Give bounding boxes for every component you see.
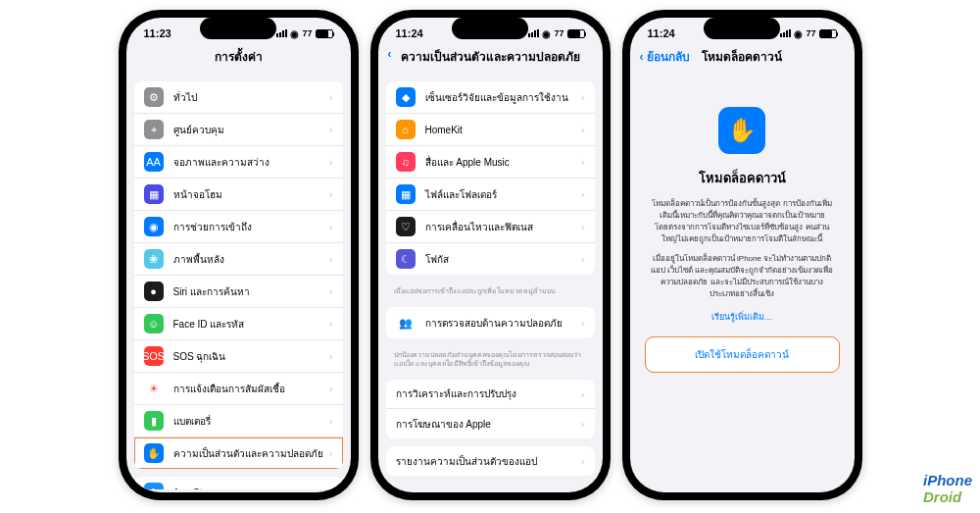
row-label: HomeKit — [425, 125, 581, 135]
chevron-icon: › — [581, 317, 585, 329]
settings-row[interactable]: ♡การเคลื่อนไหวและฟิตเนส› — [386, 211, 595, 243]
status-time: 11:24 — [396, 27, 423, 39]
row-icon: ♫ — [396, 152, 416, 172]
battery-icon — [819, 29, 837, 38]
hand-icon: ✋ — [718, 107, 765, 154]
settings-row[interactable]: AApp Store› — [134, 477, 343, 489]
row-icon: ⌖ — [144, 120, 164, 139]
phone-2: 11:24 ◉ 77 ‹ ความเป็นส่วนตัวและความปลอดภ… — [370, 10, 611, 500]
settings-row[interactable]: ⚙ทั่วไป› — [134, 81, 343, 114]
row-icon: ▦ — [144, 184, 164, 204]
battery-icon — [316, 29, 333, 38]
settings-row[interactable]: ☀การแจ้งเตือนการสัมผัสเชื้อ› — [134, 373, 343, 405]
row-icon: ● — [144, 282, 164, 301]
section-header: ความมปลอดภัย — [378, 484, 603, 489]
row-icon: ❀ — [144, 249, 164, 269]
chevron-icon: › — [581, 221, 585, 232]
chevron-icon: › — [329, 221, 333, 232]
row-label: Face ID และรหัส — [173, 317, 329, 332]
chevron-icon: › — [581, 156, 585, 168]
row-icon: A — [144, 483, 164, 489]
row-icon: ⚙ — [144, 87, 164, 107]
row-icon: ✋ — [144, 443, 164, 463]
privacy-list-1: ◆เซ็นเซอร์วิจัยและข้อมูลการใช้งาน›⌂HomeK… — [386, 81, 595, 275]
row-label: หน้าจอโฮม — [173, 187, 329, 202]
settings-row[interactable]: ◉การช่วยการเข้าถึง› — [134, 211, 343, 243]
chevron-icon: › — [581, 188, 585, 200]
settings-row[interactable]: ⌂HomeKit› — [386, 114, 595, 146]
phone-1: 11:23 ︎◉ 77 การตั้งค่า ⚙ทั่วไป›⌖ศูนย์ควบ… — [119, 10, 359, 500]
settings-row[interactable]: การวิเคราะห์และการปรับปรุง› — [386, 380, 595, 409]
settings-row[interactable]: ▦ไฟล์และโฟลเดอร์› — [386, 179, 595, 211]
settings-row[interactable]: SOSSOS ฉุกเฉิน› — [134, 340, 343, 373]
section-note: ปกป้องความปลอดภัยส่วนบุคคลของคุณโดยการตร… — [378, 346, 603, 372]
row-icon: ◆ — [396, 87, 416, 107]
row-label: การตรวจสอบด้านความปลอดภัย — [425, 316, 581, 331]
row-label: การเคลื่อนไหวและฟิตเนส — [425, 220, 581, 234]
row-icon: ♡ — [396, 217, 416, 236]
row-icon: 👥 — [396, 313, 416, 333]
row-icon: ☺ — [144, 314, 164, 333]
row-label: สื่อและ Apple Music — [425, 155, 581, 170]
row-icon: AA — [144, 152, 164, 172]
row-label: จอภาพและความสว่าง — [173, 155, 329, 170]
dynamic-island — [200, 18, 276, 39]
row-label: ศูนย์ควบคุม — [173, 123, 329, 137]
watermark: iPhoneDroid — [923, 472, 972, 505]
settings-row[interactable]: ◆เซ็นเซอร์วิจัยและข้อมูลการใช้งาน› — [386, 81, 595, 114]
settings-row[interactable]: ●Siri และการค้นหา› — [134, 276, 343, 308]
section-note: เมื่อแอปขอการเข้าถึง แอปจะถูกเพิ่มในหมวด… — [378, 282, 603, 299]
row-icon: SOS — [144, 346, 164, 366]
learn-more-link[interactable]: เรียนรู้เพิ่มเติม… — [646, 310, 839, 324]
row-label: Siri และการค้นหา — [173, 284, 329, 299]
report-list: รายงานความเป็นส่วนตัวของแอป› — [386, 446, 595, 476]
chevron-icon: › — [329, 447, 333, 459]
back-button[interactable]: ‹ ย้อนกลับ — [640, 47, 690, 66]
nav-title: ‹ ความเป็นส่วนตัวและความปลอดภัย — [378, 41, 603, 74]
signal-icon — [276, 29, 287, 37]
chevron-icon: › — [329, 156, 333, 168]
settings-row[interactable]: ♫สื่อและ Apple Music› — [386, 146, 595, 179]
settings-row[interactable]: รายงานความเป็นส่วนตัวของแอป› — [386, 446, 595, 476]
settings-row[interactable]: การโฆษณาของ Apple› — [386, 409, 595, 438]
row-icon: ☾ — [396, 249, 416, 269]
row-label: ไฟล์และโฟลเดอร์ — [425, 187, 581, 202]
settings-row[interactable]: ⌖ศูนย์ควบคุม› — [134, 114, 343, 146]
settings-row[interactable]: AAจอภาพและความสว่าง› — [134, 146, 343, 179]
settings-list-2: AApp Store›▭กระเป๋าสตางค์› — [134, 477, 343, 489]
settings-row[interactable]: ❀ภาพพื้นหลัง› — [134, 243, 343, 276]
settings-row[interactable]: ✋ความเป็นส่วนตัวและความปลอดภัย› — [134, 437, 343, 469]
row-icon: ▦ — [396, 184, 416, 204]
chevron-icon: › — [581, 455, 585, 467]
battery-percent: 77 — [806, 28, 815, 38]
settings-row[interactable]: 👥การตรวจสอบด้านความปลอดภัย› — [386, 307, 595, 338]
chevron-icon: › — [329, 487, 333, 489]
settings-row[interactable]: ☺Face ID และรหัส› — [134, 308, 343, 340]
chevron-icon: › — [329, 124, 333, 135]
row-icon: ☀ — [144, 379, 164, 398]
chevron-icon: › — [329, 188, 333, 200]
wifi-icon: ︎◉ — [290, 28, 299, 39]
dynamic-island — [704, 18, 780, 39]
description-1: โหมดล็อคดาวน์เป็นการป้องกันขั้นสูงสุด กา… — [646, 198, 839, 245]
chevron-icon: › — [329, 91, 333, 103]
settings-row[interactable]: ☾โฟกัส› — [386, 243, 595, 275]
back-button[interactable]: ‹ — [388, 47, 392, 61]
row-icon: ◉ — [144, 217, 164, 236]
battery-icon — [567, 29, 585, 38]
row-label: ทั่วไป — [173, 90, 329, 105]
chevron-icon: › — [329, 383, 333, 394]
settings-row[interactable]: ▮แบตเตอรี่› — [134, 405, 343, 437]
settings-row[interactable]: ▦หน้าจอโฮม› — [134, 179, 343, 211]
enable-lockdown-button[interactable]: เปิดใช้โหมดล็อคดาวน์ — [646, 337, 839, 372]
row-label: การโฆษณาของ Apple — [396, 417, 581, 432]
chevron-icon: › — [329, 415, 333, 427]
nav-title: ‹ ย้อนกลับ โหมดล็อคดาวน์ — [630, 41, 855, 74]
chevron-icon: › — [581, 418, 585, 430]
row-label: รายงานความเป็นส่วนตัวของแอป — [396, 454, 581, 469]
battery-percent: 77 — [554, 28, 564, 38]
row-label: SOS ฉุกเฉิน — [173, 349, 329, 364]
wifi-icon: ◉ — [542, 28, 551, 39]
phone-3: 11:24 ◉ 77 ‹ ย้อนกลับ โหมดล็อคดาวน์ ✋ โห… — [622, 10, 862, 500]
row-label: ภาพพื้นหลัง — [173, 252, 329, 267]
